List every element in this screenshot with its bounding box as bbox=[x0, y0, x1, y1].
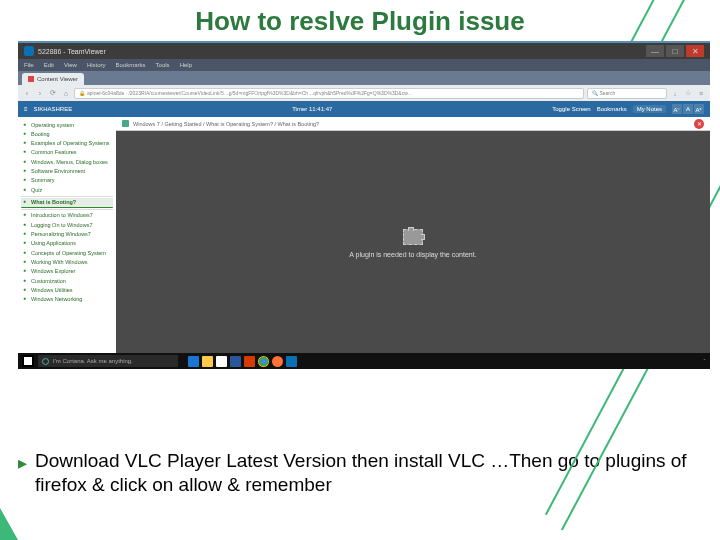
sidebar-item[interactable]: ●Windows Utilities bbox=[21, 285, 113, 294]
font-reset-button[interactable]: A bbox=[683, 104, 693, 114]
bullet-icon: ● bbox=[23, 199, 29, 205]
window-title: 522886 - TeamViewer bbox=[38, 48, 106, 55]
sidebar-item[interactable]: ●Windows, Menus, Dialog boxes bbox=[21, 157, 113, 166]
sidebar-item[interactable]: ●Concepts of Operating System bbox=[21, 248, 113, 257]
plugin-puzzle-icon bbox=[403, 229, 423, 245]
windows-logo-icon bbox=[24, 357, 32, 365]
minimize-button[interactable]: — bbox=[646, 45, 664, 57]
system-tray[interactable]: ˄ bbox=[703, 358, 706, 365]
sidebar-item-label: Quiz bbox=[31, 187, 42, 193]
sidebar-item-label: Operating system bbox=[31, 122, 74, 128]
menu-bookmarks[interactable]: Bookmarks bbox=[116, 62, 146, 68]
toggle-screen-button[interactable]: Toggle Screen bbox=[552, 106, 590, 112]
font-decrease-button[interactable]: A⁻ bbox=[672, 104, 682, 114]
breadcrumb: Windows 7 / Getting Started / What is Op… bbox=[116, 117, 710, 131]
sidebar-item[interactable]: ●Customization bbox=[21, 276, 113, 285]
sidebar-item[interactable]: ●Windows Explorer bbox=[21, 267, 113, 276]
taskbar-chrome-icon[interactable] bbox=[258, 356, 269, 367]
plugin-missing-panel[interactable]: A plugin is needed to display the conten… bbox=[116, 131, 710, 355]
bullet-icon: ● bbox=[23, 268, 29, 274]
sidebar-item[interactable]: ●Examples of Operating Systems bbox=[21, 139, 113, 148]
taskbar-store-icon[interactable] bbox=[216, 356, 227, 367]
search-input[interactable]: 🔍 Search bbox=[587, 88, 667, 99]
menu-help[interactable]: Help bbox=[180, 62, 192, 68]
bullet-icon: ● bbox=[23, 278, 29, 284]
sidebar-item-label: Windows Networking bbox=[31, 296, 82, 302]
maximize-button[interactable]: □ bbox=[666, 45, 684, 57]
menu-tools[interactable]: Tools bbox=[156, 62, 170, 68]
bullet-icon: ● bbox=[23, 287, 29, 293]
appbar-menu-icon[interactable]: ≡ bbox=[24, 106, 28, 112]
taskbar-word-icon[interactable] bbox=[230, 356, 241, 367]
content-appbar: ≡ SIKHASHREE Timer 11:41:47 Toggle Scree… bbox=[18, 101, 710, 117]
my-notes-button[interactable]: My Notes bbox=[633, 105, 666, 113]
browser-tab[interactable]: Content Viewer bbox=[22, 73, 84, 85]
bullet-icon: ● bbox=[23, 296, 29, 302]
close-button[interactable]: ✕ bbox=[686, 45, 704, 57]
menu-history[interactable]: History bbox=[87, 62, 106, 68]
downloads-button[interactable]: ↓ bbox=[670, 88, 680, 98]
appbar-timer: Timer 11:41:47 bbox=[292, 106, 332, 112]
sidebar-item[interactable]: ●Personalizing Windows7 bbox=[21, 229, 113, 238]
sidebar-item-label: Customization bbox=[31, 278, 66, 284]
menu-view[interactable]: View bbox=[64, 62, 77, 68]
bullet-icon: ● bbox=[23, 187, 29, 193]
sidebar-item-label: Logging On to Windows7 bbox=[31, 222, 92, 228]
screenshot-container: 522886 - TeamViewer — □ ✕ File Edit View… bbox=[18, 41, 710, 369]
appbar-bookmarks-button[interactable]: Bookmarks bbox=[597, 106, 627, 112]
tray-chevron-icon[interactable]: ˄ bbox=[703, 358, 706, 365]
sidebar-item[interactable]: ●Summary bbox=[21, 176, 113, 185]
bullet-icon: ● bbox=[23, 177, 29, 183]
sidebar-item[interactable]: ●Windows Networking bbox=[21, 295, 113, 304]
sidebar-item-label: What is Booting? bbox=[31, 199, 76, 205]
menu-edit[interactable]: Edit bbox=[44, 62, 54, 68]
bullet-arrow-icon: ▸ bbox=[18, 452, 27, 474]
cortana-search[interactable]: I'm Cortana. Ask me anything. bbox=[38, 355, 178, 367]
sidebar-item[interactable]: ●Quiz bbox=[21, 185, 113, 194]
taskbar-edge-icon[interactable] bbox=[188, 356, 199, 367]
sidebar-item[interactable]: ●Common Features bbox=[21, 148, 113, 157]
back-button[interactable]: ‹ bbox=[22, 88, 32, 98]
sidebar-item[interactable]: ●Logging On to Windows7 bbox=[21, 220, 113, 229]
home-button[interactable]: ⌂ bbox=[61, 88, 71, 98]
reload-button[interactable]: ⟳ bbox=[48, 88, 58, 98]
sidebar-item[interactable]: ●What is Booting? bbox=[21, 198, 113, 208]
taskbar-powerpoint-icon[interactable] bbox=[244, 356, 255, 367]
menu-file[interactable]: File bbox=[24, 62, 34, 68]
sidebar-item-label: Personalizing Windows7 bbox=[31, 231, 91, 237]
sidebar-item[interactable]: ●Software Environment bbox=[21, 167, 113, 176]
taskbar-teamviewer-icon[interactable] bbox=[286, 356, 297, 367]
panel-close-button[interactable]: ✕ bbox=[694, 119, 704, 129]
bookmark-star-icon[interactable]: ☆ bbox=[683, 88, 693, 98]
sidebar-item-label: Using Applications bbox=[31, 240, 76, 246]
plugin-message: A plugin is needed to display the conten… bbox=[349, 251, 476, 258]
sidebar-item[interactable]: ●Booting bbox=[21, 129, 113, 138]
sidebar-item[interactable]: ●Working With Windows bbox=[21, 257, 113, 266]
sidebar-item[interactable]: ●Using Applications bbox=[21, 239, 113, 248]
slide-title: How to reslve Plugin issue bbox=[0, 6, 720, 37]
bullet-icon: ● bbox=[23, 159, 29, 165]
url-input[interactable]: 🔒 apinet-6c04a8de · /2023RIA/courseviewe… bbox=[74, 88, 584, 99]
address-bar: ‹ › ⟳ ⌂ 🔒 apinet-6c04a8de · /2023RIA/cou… bbox=[18, 85, 710, 101]
sidebar-item-label: Introduction to Windows7 bbox=[31, 212, 93, 218]
sidebar-item[interactable]: ●Introduction to Windows7 bbox=[21, 211, 113, 220]
font-increase-button[interactable]: A⁺ bbox=[694, 104, 704, 114]
sidebar-item[interactable]: ●Operating system bbox=[21, 120, 113, 129]
breadcrumb-icon bbox=[122, 120, 129, 127]
font-sizer: A⁻ A A⁺ bbox=[672, 104, 704, 114]
tab-title: Content Viewer bbox=[37, 76, 78, 82]
search-placeholder: Search bbox=[599, 90, 615, 96]
taskbar-explorer-icon[interactable] bbox=[202, 356, 213, 367]
cortana-icon bbox=[42, 358, 49, 365]
teamviewer-icon bbox=[24, 46, 34, 56]
bullet-icon: ● bbox=[23, 259, 29, 265]
appbar-user: SIKHASHREE bbox=[34, 106, 73, 112]
forward-button[interactable]: › bbox=[35, 88, 45, 98]
window-titlebar: 522886 - TeamViewer — □ ✕ bbox=[18, 43, 710, 59]
taskbar-firefox-icon[interactable] bbox=[272, 356, 283, 367]
sidebar-item-label: Common Features bbox=[31, 149, 77, 155]
main-panel: Windows 7 / Getting Started / What is Op… bbox=[116, 117, 710, 355]
sidebar-item-label: Software Environment bbox=[31, 168, 85, 174]
hamburger-menu-icon[interactable]: ≡ bbox=[696, 88, 706, 98]
start-button[interactable] bbox=[22, 355, 34, 367]
